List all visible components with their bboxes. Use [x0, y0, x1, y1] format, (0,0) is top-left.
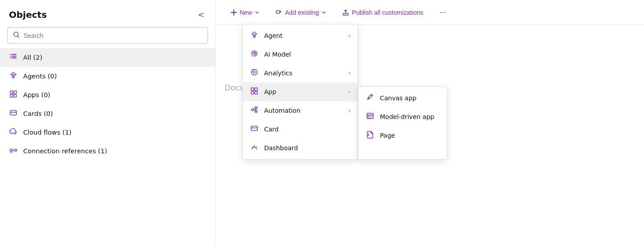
dropdown-item-card[interactable]: Card: [243, 120, 358, 139]
svg-rect-14: [10, 94, 13, 97]
all-icon: [9, 53, 18, 62]
svg-rect-2: [10, 54, 11, 55]
publish-button[interactable]: Publish all customizations: [336, 6, 429, 19]
sidebar-item-cards[interactable]: Cards (0): [0, 104, 215, 123]
app-dropdown-icon: [250, 87, 259, 97]
add-existing-chevron-icon: [322, 10, 326, 15]
sidebar-item-connection-references[interactable]: Connection references (1): [0, 142, 215, 160]
svg-point-30: [255, 33, 256, 34]
connection-references-icon: [9, 146, 18, 156]
svg-rect-26: [343, 13, 348, 15]
agent-dropdown-icon: [250, 31, 259, 41]
ai-model-dropdown-icon: [250, 49, 259, 59]
svg-rect-36: [255, 88, 257, 90]
new-button[interactable]: New: [224, 6, 265, 19]
analytics-dropdown-icon: [250, 68, 259, 78]
search-icon: [13, 31, 20, 40]
svg-rect-42: [251, 126, 257, 131]
dropdown-item-analytics[interactable]: Analytics ›: [243, 64, 358, 82]
svg-rect-15: [14, 94, 16, 97]
submenu-item-page[interactable]: Page: [359, 126, 447, 145]
analytics-chevron-icon: ›: [348, 70, 351, 76]
add-existing-label: Add existing: [285, 9, 319, 16]
sidebar-nav: All (2) Agents (0): [0, 48, 215, 160]
dropdown-item-ai-model[interactable]: AI Model: [243, 45, 358, 64]
dropdown-item-agent-label: Agent: [264, 32, 282, 39]
collapse-button[interactable]: <: [194, 8, 208, 21]
sidebar-item-connection-references-label: Connection references (1): [23, 148, 107, 155]
svg-point-34: [253, 71, 255, 73]
dropdown-item-analytics-label: Analytics: [264, 70, 293, 77]
svg-rect-7: [12, 57, 16, 58]
svg-point-39: [252, 109, 254, 111]
new-dropdown-menu: Agent › AI Model: [242, 24, 358, 160]
svg-point-44: [372, 94, 373, 96]
sidebar-title: Objects: [9, 9, 47, 20]
dropdown-item-automation-label: Automation: [264, 107, 301, 114]
agent-chevron-icon: ›: [348, 33, 351, 39]
svg-line-1: [18, 36, 20, 38]
submenu-item-page-label: Page: [380, 132, 395, 139]
submenu-item-canvas-app[interactable]: Canvas app: [359, 89, 447, 107]
dropdown-item-dashboard-label: Dashboard: [264, 144, 298, 152]
toolbar: New Add existing Publish all customizati…: [216, 0, 644, 25]
sidebar-item-apps[interactable]: Apps (0): [0, 86, 215, 104]
sidebar-item-agents[interactable]: Agents (0): [0, 67, 215, 86]
svg-point-19: [10, 149, 12, 152]
svg-rect-22: [11, 152, 12, 153]
apps-icon: [9, 90, 18, 100]
agents-icon: [9, 71, 18, 81]
automation-chevron-icon: ›: [348, 107, 351, 114]
sidebar-item-all-label: All (2): [23, 54, 42, 61]
svg-rect-47: [368, 116, 370, 118]
dashboard-dropdown-icon: [250, 143, 259, 153]
svg-rect-35: [251, 88, 254, 90]
sidebar-item-all[interactable]: All (2): [0, 48, 215, 67]
sidebar-item-cloud-flows[interactable]: Cloud flows (1): [0, 123, 215, 142]
dropdown-item-app[interactable]: App ›: [243, 82, 358, 101]
add-existing-icon: [275, 9, 282, 16]
svg-rect-4: [10, 57, 11, 58]
plus-icon: [231, 9, 237, 16]
svg-rect-25: [276, 11, 280, 13]
card-dropdown-icon: [250, 124, 259, 134]
dropdown-item-automation[interactable]: Automation ›: [243, 101, 358, 120]
dropdown-item-agent[interactable]: Agent ›: [243, 26, 358, 45]
submenu-item-canvas-app-label: Canvas app: [380, 94, 416, 102]
dropdown-item-ai-model-label: AI Model: [264, 51, 291, 58]
svg-point-29: [253, 33, 254, 34]
new-label: New: [240, 9, 252, 16]
new-dropdown: Agent › AI Model: [242, 24, 447, 160]
submenu-item-model-driven-app-label: Model-driven app: [380, 113, 434, 120]
submenu-item-model-driven-app[interactable]: Model-driven app: [359, 107, 447, 126]
new-chevron-icon: [255, 10, 259, 15]
svg-rect-6: [12, 56, 16, 57]
search-input[interactable]: [24, 32, 202, 39]
dropdown-item-card-label: Card: [264, 126, 279, 133]
svg-point-11: [14, 74, 15, 75]
svg-rect-28: [253, 36, 255, 37]
sidebar-item-agents-label: Agents (0): [23, 73, 57, 80]
sidebar-item-cards-label: Cards (0): [23, 110, 53, 117]
model-driven-app-icon: [366, 112, 375, 122]
publish-icon: [342, 9, 349, 16]
search-box[interactable]: [7, 27, 208, 44]
page-icon: [366, 131, 375, 140]
sidebar-item-apps-label: Apps (0): [23, 91, 50, 98]
cards-icon: [9, 109, 18, 119]
dropdown-item-dashboard[interactable]: Dashboard: [243, 139, 358, 157]
svg-point-32: [254, 53, 255, 54]
svg-rect-3: [10, 56, 11, 57]
app-chevron-icon: ›: [348, 89, 351, 95]
svg-point-10: [12, 74, 13, 75]
publish-label: Publish all customizations: [352, 9, 423, 16]
add-existing-button[interactable]: Add existing: [269, 6, 332, 19]
svg-rect-13: [14, 91, 16, 94]
svg-rect-12: [10, 91, 13, 94]
app-submenu: Canvas app Model-driven app: [358, 86, 447, 160]
svg-point-20: [15, 149, 17, 152]
automation-dropdown-icon: [250, 106, 259, 115]
sidebar: Objects < All (2): [0, 0, 216, 246]
main-area: New Add existing Publish all customizati…: [216, 0, 644, 246]
more-options-button[interactable]: ···: [435, 4, 451, 20]
